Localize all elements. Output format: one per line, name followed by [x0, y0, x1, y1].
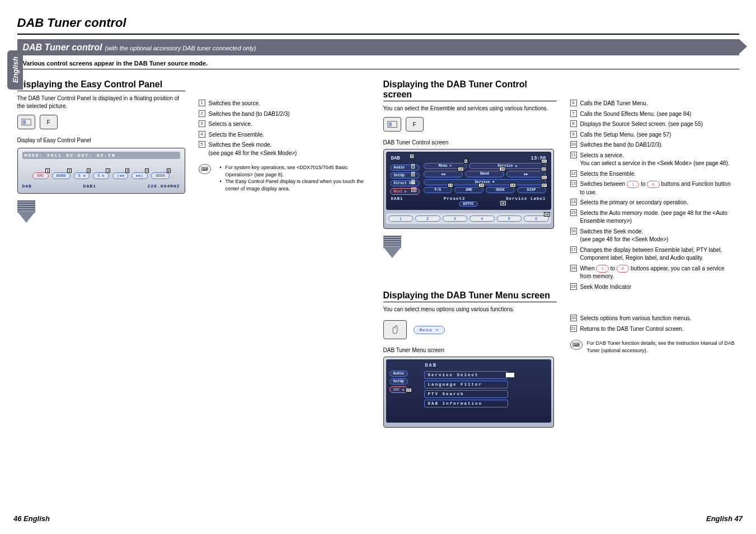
dab-service-label: Service Label: [506, 196, 546, 201]
callout-3: 3: [199, 120, 205, 127]
top-rule: [17, 34, 739, 35]
fnc-icon: F: [406, 117, 424, 132]
status-dab: DAB: [22, 184, 32, 189]
callout-12-text: Selects the Ensemble.: [580, 170, 636, 179]
ensemble-prev-button[interactable]: |◀◀4: [112, 172, 129, 179]
page-number-right: English 47: [706, 514, 743, 523]
menu-head: DAB: [389, 363, 548, 369]
preset-5-button[interactable]: 5: [497, 216, 522, 222]
callout-7-text: Calls the Sound Effects Menu. (see page …: [580, 110, 692, 119]
menu-item-language-filter[interactable]: Language Filter: [424, 381, 508, 388]
pill-1-icon: 1: [596, 265, 608, 273]
callout-10-text: Switches the band (to DAB1/2/3).: [580, 141, 663, 149]
dab-ctrl-heading: Displaying the DAB Tuner Control screen: [383, 79, 557, 101]
menu-src-button[interactable]: SRC ◀21: [389, 386, 408, 393]
dab-menu-caption: DAB Tuner Menu screen: [383, 347, 557, 353]
callout-3-text: Selects a service.: [209, 120, 252, 129]
prevtrk-button[interactable]: ◀◀12: [424, 171, 463, 177]
direct-src-button[interactable]: Direct SRC: [390, 180, 420, 186]
menu-item-pty-search[interactable]: PTY Search: [424, 390, 508, 398]
callout-2: 2: [199, 110, 205, 117]
svg-rect-3: [388, 122, 391, 126]
callout-21-text: Returns to the DAB Tuner Control screen.: [580, 325, 684, 334]
menu-button-pill[interactable]: Menu «: [414, 326, 445, 334]
banner-title: DAB Tuner control: [23, 43, 102, 52]
fnc-icon: F: [40, 115, 58, 129]
band-button[interactable]: BAND2: [52, 172, 71, 179]
setup-button[interactable]: SetUp: [390, 172, 420, 179]
note-icon: ⌨: [199, 164, 211, 174]
nexttrk-button[interactable]: ▶▶12: [506, 171, 546, 177]
audio-button[interactable]: Audio: [390, 165, 420, 171]
chapter-banner: DAB Tuner control (with the optional acc…: [17, 39, 739, 55]
callout-15-text: Selects the Auto memory mode. (see page …: [580, 209, 736, 226]
callout-11-text: Selects a service.You can select a servi…: [580, 152, 730, 168]
callout-14-text: Selects the primary or secondary operati…: [580, 199, 688, 207]
banner-arrow: [739, 39, 747, 54]
subbar-text: Various control screens appear in the DA…: [17, 58, 739, 69]
easy-panel-heading: Displaying the Easy Control Panel: [17, 79, 185, 91]
status-band: DAB1: [83, 184, 96, 189]
dab-preset-label: Preset2: [444, 196, 466, 201]
banner-subtitle: (with the optional accessory DAB tuner c…: [105, 45, 256, 51]
callout-20-text: Selects options from various function me…: [580, 315, 692, 323]
dab-control-screen: DAB 19 13:50 Audio SetUp Direct SRC Next…: [383, 149, 554, 229]
service-up-button[interactable]: Service ▲11: [469, 163, 546, 169]
easy-panel-caption: Display of Easy Control Panel: [17, 137, 185, 143]
service-next-button[interactable]: S ▶3: [93, 172, 109, 179]
callout-8-text: Displays the Source Select screen. (see …: [580, 120, 703, 129]
preset-2-button[interactable]: 2: [415, 216, 440, 222]
down-arrow-icon: [383, 236, 401, 248]
dab-band-label: DAB1: [391, 196, 403, 201]
pill-6-icon: 6: [647, 181, 659, 189]
note-1: For system key operations, see <DDX7015/…: [226, 164, 370, 178]
dab-menu-screen: DAB Audio SetUp SRC ◀21 Service Select20…: [383, 357, 554, 428]
page-number-left: 46 English: [13, 514, 50, 523]
preset-3-button[interactable]: 3: [443, 216, 468, 222]
screen-icon: [17, 115, 35, 129]
down-arrow-icon: [383, 247, 401, 258]
pill-1-icon: 1: [627, 181, 639, 189]
callout-18-text: When 1 to 6 buttons appear, you can call…: [580, 265, 736, 281]
dab-head-src: DAB: [391, 156, 400, 161]
preset-4-button[interactable]: 4: [469, 216, 495, 222]
disp-button[interactable]: DISP17: [517, 187, 546, 193]
page-title: DAB Tuner control: [17, 16, 739, 30]
src-button[interactable]: SRC1: [32, 172, 49, 179]
callout-9-text: Calls the Setup Menu. (see page 57): [580, 131, 672, 139]
band-button[interactable]: Band10: [465, 171, 504, 177]
ame-button[interactable]: AME15: [454, 187, 483, 193]
callout-5-text: Switches the Seek mode.(see page 48 for …: [209, 141, 297, 157]
preset-1-button[interactable]: 1: [388, 216, 414, 222]
svg-rect-1: [22, 120, 25, 124]
menu-setup-button[interactable]: SetUp: [389, 378, 408, 385]
down-arrow-icon: [17, 212, 35, 223]
dab-menu-heading: Displaying the DAB Tuner Menu screen: [383, 291, 557, 302]
callout-2-text: Switches the band (to DAB1/2/3): [209, 110, 290, 119]
dab-ctrl-caption: DAB Tuner Control screen: [383, 139, 557, 146]
dab-ctrl-body: You can select the Ensemble and services…: [383, 105, 557, 113]
menu-item-service-select[interactable]: Service Select20: [424, 371, 508, 379]
callout-6-text: Calls the DAB Tuner Menu.: [580, 100, 648, 108]
service-down-button[interactable]: Service ▼11: [424, 179, 546, 185]
note-2: The Easy Control Panel display is cleare…: [226, 178, 370, 192]
callout-17-text: Changes the display between Ensemble lab…: [580, 246, 736, 263]
menu-item-dab-information[interactable]: DAB Information: [424, 400, 508, 407]
easy-mode-bar: MODE: FULL AV-OUT: AV-IN: [22, 152, 180, 159]
callout-4: 4: [199, 131, 205, 138]
screen-icon: [383, 117, 401, 132]
dab-menu-body: You can select menu options using variou…: [383, 306, 557, 313]
easy-control-panel-screen: MODE: FULL AV-OUT: AV-IN SRC1 BAND2 S ◀3…: [17, 148, 185, 194]
note-3: For DAB Tuner function details, see the …: [587, 340, 736, 354]
note-icon: ⌨: [570, 340, 583, 350]
seek-button[interactable]: SEEK5: [151, 172, 170, 179]
ensemble-next-button[interactable]: ▶▶|4: [132, 172, 148, 179]
down-arrow-icon: [17, 200, 35, 213]
ps-button[interactable]: P/S14: [424, 187, 453, 193]
callout-4-text: Selects the Ensemble.: [209, 131, 265, 139]
seek-button[interactable]: SEEK16: [486, 187, 515, 193]
easy-panel-body: The DAB Tuner Control Panel is displayed…: [17, 95, 185, 110]
hand-icon: [383, 320, 407, 339]
menu-audio-button[interactable]: Audio: [389, 371, 408, 377]
service-prev-button[interactable]: S ◀3: [74, 172, 90, 179]
